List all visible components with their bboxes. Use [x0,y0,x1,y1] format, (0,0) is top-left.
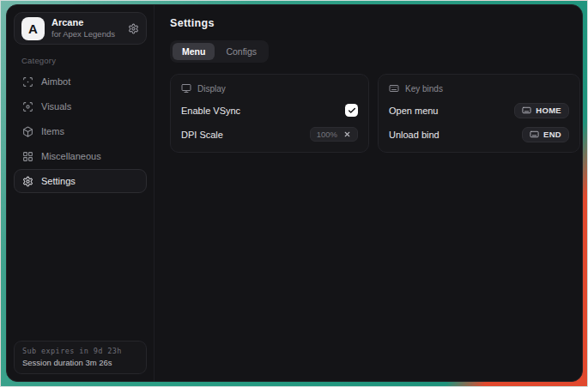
open-menu-label: Open menu [389,106,438,116]
desktop-background: A Arcane for Apex Legends Category Aimbo… [0,0,588,387]
sidebar-item-label: Aimbot [41,76,70,87]
sidebar-item-label: Items [41,126,64,136]
sidebar-item-label: Miscellaneous [41,151,101,161]
sub-expires-text: Sub expires in 9d 23h [22,347,138,355]
sidebar-item-items[interactable]: Items [14,119,147,143]
app-window: A Arcane for Apex Legends Category Aimbo… [6,4,583,382]
gear-icon [22,176,33,187]
crosshair-scan-icon [22,76,33,88]
sidebar-item-label: Settings [41,176,76,186]
unload-bind-key: END [543,130,561,139]
keyboard-icon [389,83,399,94]
keybinds-card-title: Key binds [405,84,443,94]
display-card-title: Display [197,84,226,94]
sidebar-item-settings[interactable]: Settings [14,169,147,193]
clear-icon[interactable] [343,130,351,138]
category-label: Category [21,56,147,65]
app-subtitle: for Apex Legends [52,29,115,39]
display-card: Display Enable VSync DPI Scale 100% [170,74,369,153]
keybinds-card: Key binds Open menu HOME Unload bind [378,74,580,153]
sidebar: A Arcane for Apex Legends Category Aimbo… [7,5,155,381]
dpi-row: DPI Scale 100% [181,127,358,142]
package-icon [22,126,33,137]
tab-configs[interactable]: Configs [216,43,266,60]
settings-cards: Display Enable VSync DPI Scale 100% [170,74,580,153]
main-content: Settings Menu Configs Display Enable VSy… [155,5,583,381]
subscription-status-card: Sub expires in 9d 23h Session duration 3… [14,341,147,374]
sidebar-item-label: Visuals [41,101,71,112]
app-identity: Arcane for Apex Legends [52,17,115,39]
dpi-label: DPI Scale [181,130,223,140]
page-title: Settings [170,17,580,29]
open-menu-bind-button[interactable]: HOME [514,103,569,118]
tab-menu[interactable]: Menu [173,43,215,60]
keybinds-card-header: Key binds [389,83,569,94]
sidebar-item-miscellaneous[interactable]: Miscellaneous [14,144,147,168]
display-card-header: Display [181,83,358,94]
unload-bind-button[interactable]: END [522,127,569,142]
vsync-checkbox[interactable] [345,104,358,117]
dpi-value: 100% [317,130,337,139]
app-logo-card: A Arcane for Apex Legends [14,12,147,45]
keyboard-icon [522,106,531,115]
check-icon [348,106,356,115]
open-menu-row: Open menu HOME [389,103,569,118]
gear-icon[interactable] [128,23,139,34]
app-title: Arcane [52,17,115,29]
vsync-label: Enable VSync [181,106,240,116]
vsync-row: Enable VSync [181,103,358,118]
monitor-icon [181,83,191,94]
layout-grid-icon [22,151,33,162]
session-duration-text: Session duration 3m 26s [22,358,138,367]
keyboard-icon [530,130,539,139]
dpi-scale-input[interactable]: 100% [310,127,358,142]
scan-eye-icon [22,101,33,112]
app-logo: A [21,17,45,40]
unload-bind-label: Unload bind [389,130,439,140]
sidebar-item-aimbot[interactable]: Aimbot [14,70,147,94]
sidebar-nav: Aimbot Visuals Items [14,70,147,193]
open-menu-bind-key: HOME [536,106,561,115]
sidebar-item-visuals[interactable]: Visuals [14,94,147,118]
settings-tabs: Menu Configs [170,40,269,63]
unload-bind-row: Unload bind END [389,127,569,142]
